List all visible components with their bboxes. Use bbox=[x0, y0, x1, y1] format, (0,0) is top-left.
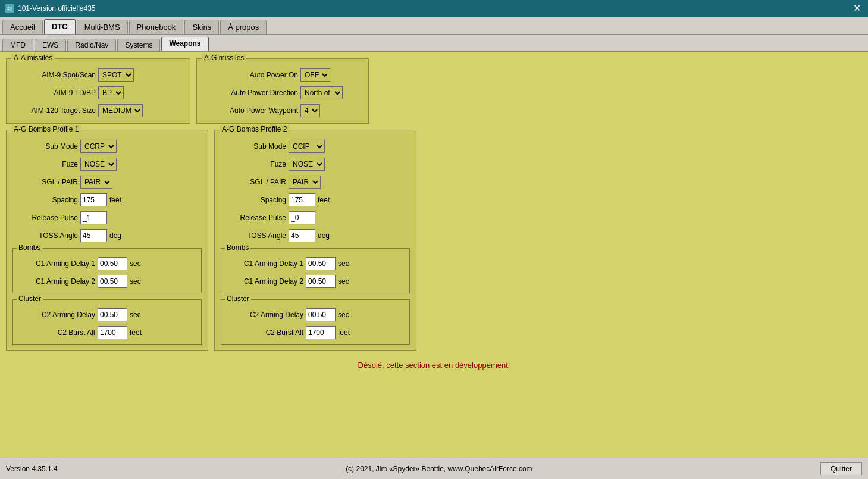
p1-sub-mode-label: Sub Mode bbox=[12, 142, 78, 151]
p2-c1-delay2-input[interactable] bbox=[306, 275, 336, 288]
p2-toss-angle-label: TOSS Angle bbox=[221, 231, 286, 240]
p1-c1-delay1-label: C1 Arming Delay 1 bbox=[18, 259, 95, 268]
auto-power-direction-select[interactable]: North of South of East of West of bbox=[300, 86, 343, 99]
p1-c2-burst-alt-input[interactable] bbox=[98, 326, 127, 339]
p2-c2-burst-alt-label: C2 Burst Alt bbox=[226, 328, 303, 337]
auto-power-waypoint-select[interactable]: 123 456 78 bbox=[300, 104, 320, 117]
p1-c2-arming-delay-label: C2 Arming Delay bbox=[18, 311, 95, 319]
auto-power-direction-row: Auto Power Direction North of South of E… bbox=[203, 86, 362, 99]
p1-fuze-select[interactable]: NOSETAILNSTL bbox=[80, 158, 117, 171]
sub-tabs-bar: MFD EWS Radio/Nav Systems Weapons bbox=[0, 35, 868, 52]
p2-bombs-title: Bombs bbox=[225, 243, 250, 252]
p2-toss-angle-unit: deg bbox=[318, 231, 330, 240]
auto-power-on-select[interactable]: OFF ON bbox=[300, 68, 330, 82]
auto-power-on-label: Auto Power On bbox=[203, 71, 298, 79]
p1-toss-angle-label: TOSS Angle bbox=[12, 231, 78, 240]
p2-sgl-pair-label: SGL / PAIR bbox=[221, 178, 286, 186]
p2-c1-delay1-row: C1 Arming Delay 1 sec bbox=[226, 257, 405, 270]
p1-spacing-input[interactable] bbox=[80, 193, 107, 206]
tab-multi-bms[interactable]: Multi-BMS bbox=[77, 20, 128, 34]
close-button[interactable]: ✕ bbox=[851, 4, 863, 13]
p2-fuze-label: Fuze bbox=[221, 160, 286, 168]
aim120-target-size-select[interactable]: SMALL MEDIUM LARGE bbox=[98, 104, 143, 117]
ag-bombs-profile2-panel: A-G Bombs Profile 2 Sub Mode CCRPCCIPDTO… bbox=[214, 130, 416, 351]
tab-systems[interactable]: Systems bbox=[117, 39, 160, 51]
p1-spacing-label: Spacing bbox=[12, 196, 78, 204]
p2-c2-burst-alt-input[interactable] bbox=[306, 326, 336, 339]
ag-bombs-profile2-title: A-G Bombs Profile 2 bbox=[220, 125, 289, 133]
p2-fuze-row: Fuze NOSETAILNSTL bbox=[221, 158, 410, 171]
p2-c1-delay2-unit: sec bbox=[338, 277, 349, 286]
titlebar: 🛩 101-Version officielle435 ✕ bbox=[0, 0, 868, 17]
auto-power-waypoint-label: Auto Power Waypoint bbox=[203, 107, 298, 115]
p2-bombs-subgroup: Bombs C1 Arming Delay 1 sec C1 Arming De… bbox=[221, 248, 410, 293]
p1-toss-angle-unit: deg bbox=[109, 231, 121, 240]
p1-c1-delay1-input[interactable] bbox=[98, 257, 127, 270]
auto-power-on-row: Auto Power On OFF ON bbox=[203, 68, 362, 82]
p2-sgl-pair-select[interactable]: SGLPAIR bbox=[289, 176, 321, 189]
p2-c1-delay2-row: C1 Arming Delay 2 sec bbox=[226, 275, 405, 288]
p1-release-pulse-input[interactable] bbox=[80, 211, 107, 224]
dev-note: Désolé, cette section est en développeme… bbox=[6, 361, 862, 370]
p2-c1-delay1-unit: sec bbox=[338, 259, 349, 268]
aim9-td-bp-row: AIM-9 TD/BP BP TD bbox=[12, 86, 184, 99]
ag-bombs-profile1-title: A-G Bombs Profile 1 bbox=[11, 125, 81, 133]
tab-weapons[interactable]: Weapons bbox=[161, 37, 208, 51]
p2-release-pulse-row: Release Pulse bbox=[221, 211, 410, 224]
p1-toss-angle-input[interactable] bbox=[80, 229, 107, 242]
p2-cluster-title: Cluster bbox=[225, 295, 251, 303]
titlebar-left: 🛩 101-Version officielle435 bbox=[5, 4, 96, 13]
p1-sub-mode-row: Sub Mode CCRPCCIPDTOSMAN bbox=[12, 140, 202, 153]
p2-sub-mode-label: Sub Mode bbox=[221, 142, 286, 151]
bottom-panels-row: A-G Bombs Profile 1 Sub Mode CCRPCCIPDTO… bbox=[6, 130, 862, 351]
aim9-spot-scan-select[interactable]: SPOT SCAN bbox=[98, 68, 134, 82]
p1-c1-delay2-input[interactable] bbox=[98, 275, 127, 288]
p2-spacing-input[interactable] bbox=[289, 193, 315, 206]
p2-toss-angle-input[interactable] bbox=[289, 229, 315, 242]
top-panels-row: A-A missiles AIM-9 Spot/Scan SPOT SCAN A… bbox=[6, 58, 862, 124]
auto-power-direction-label: Auto Power Direction bbox=[203, 89, 298, 97]
p2-c2-arming-delay-input[interactable] bbox=[306, 308, 336, 321]
p1-c1-delay2-label: C1 Arming Delay 2 bbox=[18, 277, 95, 286]
quit-button[interactable]: Quitter bbox=[820, 462, 862, 475]
p1-bombs-title: Bombs bbox=[17, 243, 42, 252]
p2-release-pulse-input[interactable] bbox=[289, 211, 315, 224]
footer-credit: (c) 2021, Jim «Spyder» Beattie, www.Queb… bbox=[346, 465, 532, 473]
p1-cluster-title: Cluster bbox=[17, 295, 43, 303]
p2-spacing-label: Spacing bbox=[221, 196, 286, 204]
p1-sgl-pair-select[interactable]: SGLPAIR bbox=[80, 176, 112, 189]
tab-phonebook[interactable]: Phonebook bbox=[129, 20, 184, 34]
aim9-td-bp-select[interactable]: BP TD bbox=[98, 86, 124, 99]
footer: Version 4.35.1.4 (c) 2021, Jim «Spyder» … bbox=[0, 458, 868, 479]
tab-accueil[interactable]: Accueil bbox=[2, 20, 43, 34]
tab-apropos[interactable]: À propos bbox=[220, 20, 267, 34]
tab-ews[interactable]: EWS bbox=[35, 39, 66, 51]
tab-mfd[interactable]: MFD bbox=[2, 39, 33, 51]
aim120-target-size-label: AIM-120 Target Size bbox=[12, 107, 96, 115]
p2-c2-arming-delay-unit: sec bbox=[338, 311, 349, 319]
p1-spacing-unit: feet bbox=[109, 196, 121, 204]
p2-spacing-row: Spacing feet bbox=[221, 193, 410, 206]
tab-skins[interactable]: Skins bbox=[184, 20, 219, 34]
p1-fuze-row: Fuze NOSETAILNSTL bbox=[12, 158, 202, 171]
p1-release-pulse-row: Release Pulse bbox=[12, 211, 202, 224]
p1-cluster-subgroup: Cluster C2 Arming Delay sec C2 Burst Alt… bbox=[12, 299, 202, 345]
p1-bombs-subgroup: Bombs C1 Arming Delay 1 sec C1 Arming De… bbox=[12, 248, 202, 293]
p2-sub-mode-select[interactable]: CCRPCCIPDTOSMAN bbox=[289, 140, 325, 153]
p2-fuze-select[interactable]: NOSETAILNSTL bbox=[289, 158, 325, 171]
ag-bombs-profile1-panel: A-G Bombs Profile 1 Sub Mode CCRPCCIPDTO… bbox=[6, 130, 208, 351]
p1-c2-burst-alt-unit: feet bbox=[130, 328, 142, 337]
aim9-spot-scan-label: AIM-9 Spot/Scan bbox=[12, 71, 96, 79]
p1-sgl-pair-label: SGL / PAIR bbox=[12, 178, 78, 186]
p1-sub-mode-select[interactable]: CCRPCCIPDTOSMAN bbox=[80, 140, 117, 153]
aim9-td-bp-label: AIM-9 TD/BP bbox=[12, 89, 96, 97]
tab-dtc[interactable]: DTC bbox=[44, 19, 76, 34]
p2-c1-delay1-input[interactable] bbox=[306, 257, 336, 270]
aa-missiles-title: A-A missiles bbox=[11, 54, 55, 62]
p1-c2-arming-delay-input[interactable] bbox=[98, 308, 127, 321]
app-icon: 🛩 bbox=[5, 4, 14, 13]
tab-radionav[interactable]: Radio/Nav bbox=[67, 39, 116, 51]
p1-toss-angle-row: TOSS Angle deg bbox=[12, 229, 202, 242]
aim120-target-size-row: AIM-120 Target Size SMALL MEDIUM LARGE bbox=[12, 104, 184, 117]
p2-toss-angle-row: TOSS Angle deg bbox=[221, 229, 410, 242]
